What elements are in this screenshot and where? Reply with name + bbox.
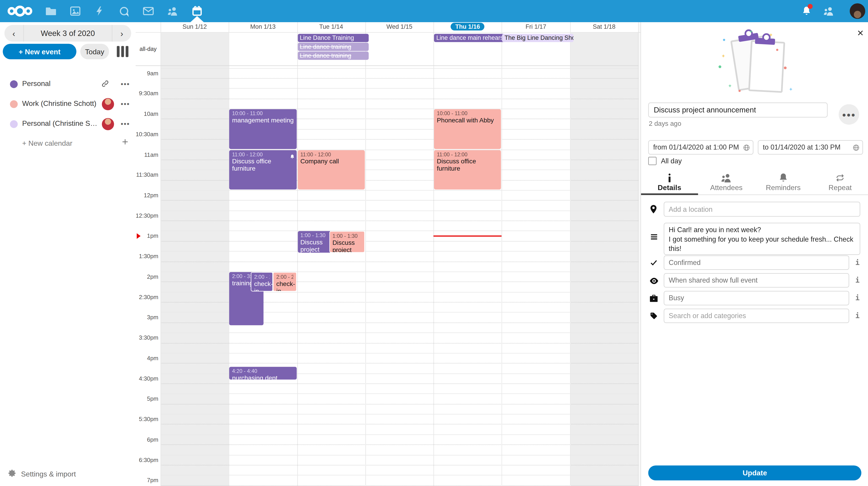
day-header: Mon 1/13 <box>229 22 297 32</box>
info-i-icon[interactable]: i <box>854 294 861 302</box>
location-input[interactable] <box>664 202 860 217</box>
info-icon <box>641 173 698 183</box>
next-week-button[interactable]: › <box>112 29 131 38</box>
app-photos[interactable] <box>68 4 83 18</box>
app-talk[interactable] <box>117 4 131 18</box>
calendar-event[interactable]: 1:00 - 1:30Discuss project announcement <box>298 231 331 253</box>
property-input[interactable] <box>664 309 849 323</box>
quarter-hour-line <box>160 78 638 79</box>
week-navigation: ‹ Week 3 of 2020 › <box>4 25 131 41</box>
all-day-event[interactable]: Line dance main rehearsal <box>434 34 505 42</box>
calendar-list-item[interactable]: Personal••• <box>0 74 135 94</box>
time-axis-label: 1:30pm <box>135 253 158 259</box>
calendar-event[interactable]: 11:00 - 12:00Discuss office furniture <box>434 150 501 190</box>
calendar-event[interactable]: 11:00 - 12:00Company call <box>298 150 365 190</box>
property-input[interactable] <box>664 255 849 270</box>
calendar-event[interactable]: 2:00 - 2:30check-in <box>251 272 273 291</box>
calendar-list-item[interactable]: Work (Christine Schott)••• <box>0 94 135 114</box>
user-avatar[interactable] <box>850 3 865 19</box>
calendar-actions-ellipsis-icon[interactable]: ••• <box>121 80 130 88</box>
time-axis-label: 6:30pm <box>135 456 158 463</box>
all-day-event[interactable]: Line dance training <box>298 52 368 60</box>
app-files[interactable] <box>43 4 58 18</box>
calendar-actions-ellipsis-icon[interactable]: ••• <box>121 120 130 128</box>
event-actions-ellipsis-icon[interactable]: ●●● <box>839 104 859 125</box>
event-start-input[interactable] <box>648 140 753 155</box>
calendar-event[interactable]: 10:00 - 11:00management meeting <box>229 109 297 149</box>
plus-icon[interactable] <box>121 138 129 148</box>
time-axis-label: 4pm <box>135 354 158 361</box>
tab-details[interactable]: Details <box>641 172 698 194</box>
clipboard-front <box>748 40 785 93</box>
all-day-event[interactable]: The Big Line Dancing Show <box>502 34 573 42</box>
close-icon[interactable]: ✕ <box>854 28 865 39</box>
day-column-border <box>638 22 639 486</box>
event-title-label: Discuss project announcement <box>301 239 329 253</box>
nextcloud-logo-icon[interactable] <box>6 4 33 18</box>
event-title-input[interactable] <box>648 103 828 117</box>
property-input[interactable] <box>664 273 849 288</box>
event-title-label: check-in <box>254 280 270 291</box>
calendar-event[interactable]: 2:00 - 2:30check-in <box>273 272 297 291</box>
all-day-toggle[interactable]: All day <box>648 157 682 165</box>
day-header-label: Sat 1/18 <box>593 23 615 30</box>
tab-reminders[interactable]: Reminders <box>755 172 812 194</box>
hour-line <box>160 88 638 89</box>
tab-repeat[interactable]: Repeat <box>812 172 868 194</box>
event-time-label: 11:00 - 12:00 <box>232 151 294 158</box>
tab-label: Repeat <box>812 183 868 193</box>
day-header: Sun 1/12 <box>160 22 229 32</box>
contacts-menu-people-icon[interactable] <box>822 4 836 18</box>
people-icon <box>166 5 179 17</box>
quarter-hour-line <box>160 343 638 343</box>
calendar-event[interactable]: 1:00 - 1:30Discuss project announcement <box>329 231 365 253</box>
bell-icon <box>755 173 812 183</box>
calendar-actions-ellipsis-icon[interactable]: ••• <box>121 100 130 108</box>
time-axis-label: 10:30am <box>135 131 158 137</box>
app-mail[interactable] <box>141 4 156 18</box>
description-textarea[interactable]: Hi Carl! are you in next week? I got som… <box>664 223 860 255</box>
notifications-bell-icon[interactable] <box>799 4 814 18</box>
info-i-icon[interactable]: i <box>854 258 861 266</box>
app-activity[interactable] <box>92 4 107 18</box>
info-i-icon[interactable]: i <box>854 311 861 320</box>
calendar-event[interactable]: 11:00 - 12:00Discuss office furniture <box>229 150 297 190</box>
calendar-list-item[interactable]: Personal (Christine Schott)••• <box>0 114 135 134</box>
all-day-checkbox[interactable] <box>648 157 657 165</box>
previous-week-button[interactable]: ‹ <box>4 29 23 38</box>
time-axis-label: 10am <box>135 110 158 117</box>
quarter-hour-line <box>160 363 638 364</box>
time-axis-label: 2pm <box>135 273 158 280</box>
info-i-icon[interactable]: i <box>854 276 861 284</box>
calendar-event[interactable]: 4:20 - 4:40purchasing dept <box>229 367 297 379</box>
update-button[interactable]: Update <box>648 465 862 480</box>
today-button[interactable]: Today <box>80 44 109 59</box>
tab-label: Details <box>641 183 698 193</box>
new-calendar-button[interactable]: + New calendar <box>0 134 135 154</box>
event-time-label: 10:00 - 11:00 <box>232 110 294 117</box>
lightning-icon <box>94 5 105 17</box>
event-time-label: 10:00 - 11:00 <box>437 110 499 117</box>
quarter-hour-line <box>160 465 638 465</box>
calendar-color-dot <box>10 120 18 128</box>
calendar-left-sidebar: ‹ Week 3 of 2020 › + New event Today Per… <box>0 22 135 486</box>
quarter-hour-line <box>160 404 638 404</box>
share-link-icon[interactable] <box>101 80 109 90</box>
folder-icon <box>45 5 57 17</box>
calendar-event[interactable]: 10:00 - 11:00Phonecall with Abby <box>434 109 501 149</box>
settings-import-button[interactable]: Settings & import <box>8 469 76 480</box>
property-input[interactable] <box>664 291 849 306</box>
day-header-label: Sun 1/12 <box>182 23 207 30</box>
time-axis-label: 3pm <box>135 314 158 320</box>
tab-attendees[interactable]: Attendees <box>698 172 755 194</box>
quarter-hour-line <box>160 485 638 486</box>
event-end-input[interactable] <box>758 140 863 155</box>
new-event-button[interactable]: + New event <box>3 44 76 59</box>
all-day-event[interactable]: Line dance training <box>298 43 368 51</box>
app-contacts[interactable] <box>165 4 180 18</box>
all-day-event[interactable]: Line Dance Training <box>298 34 368 42</box>
day-column-border <box>297 22 298 486</box>
app-calendar[interactable] <box>190 4 204 18</box>
week-view-toggle-columns-icon[interactable] <box>117 46 128 57</box>
day-header: Tue 1/14 <box>297 22 365 32</box>
